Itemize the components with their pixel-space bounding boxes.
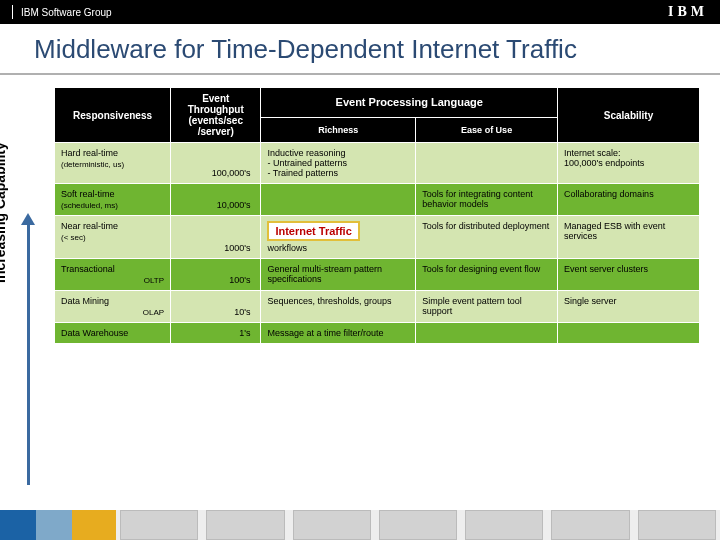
cell-resp: Data Warehouse [55,323,171,344]
cell-ease [416,323,558,344]
footer-thumbnail [465,510,543,540]
table-row: Hard real-time (deterministic, us) 100,0… [55,143,700,184]
header-bar: IBM Software Group IBM [0,0,720,24]
footer-thumbnail [206,510,284,540]
footer-thumbnail [120,510,198,540]
resp-label: Data Warehouse [61,328,128,338]
content-area: Increasing Capability Responsiveness Eve… [0,83,720,523]
table-row: Near real-time (< sec) 1000's Internet T… [55,216,700,259]
table-row: Data Warehouse 1's Message at a time fil… [55,323,700,344]
resp-label: Hard real-time [61,148,118,158]
footer-block-blue [0,510,36,540]
footer-block-gold [72,510,116,540]
resp-label: Transactional [61,264,115,274]
table-row: Data Mining OLAP 10's Sequences, thresho… [55,291,700,323]
cell-richness: General multi-stream pattern specificati… [261,259,416,291]
throughput-label: Event Throughput [188,93,244,115]
cell-resp: Data Mining OLAP [55,291,171,323]
y-axis-arrow [18,213,38,513]
cell-resp: Hard real-time (deterministic, us) [55,143,171,184]
cell-ease: Tools for integrating content behavior m… [416,184,558,216]
resp-label: Near real-time [61,221,118,231]
cell-ease [416,143,558,184]
cell-richness: Internet Traffic workflows [261,216,416,259]
resp-sublabel: OLAP [61,308,164,317]
cell-scalability: Event server clusters [558,259,700,291]
slide-title: Middleware for Time-Dependent Internet T… [0,24,720,75]
col-header-throughput: Event Throughput (events/sec /server) [171,88,261,143]
table-row: Soft real-time (scheduled, ms) 10,000's … [55,184,700,216]
cell-scalability: Collaborating domains [558,184,700,216]
cell-throughput: 10's [171,291,261,323]
cell-scalability: Managed ESB with event services [558,216,700,259]
cell-scalability: Internet scale: 100,000's endpoints [558,143,700,184]
footer-bar [0,510,720,540]
cell-throughput: 1's [171,323,261,344]
table-row: Transactional OLTP 100's General multi-s… [55,259,700,291]
footer-block-lightblue [36,510,72,540]
col-header-richness: Richness [261,117,416,142]
y-axis-label: Increasing Capability [0,142,8,283]
cell-throughput: 100's [171,259,261,291]
internet-traffic-badge: Internet Traffic [267,221,359,241]
cell-throughput: 100,000's [171,143,261,184]
header-group-label: IBM Software Group [21,7,112,18]
footer-thumbnail [551,510,629,540]
resp-sublabel: (< sec) [61,233,164,242]
cell-resp: Transactional OLTP [55,259,171,291]
resp-sublabel: (deterministic, us) [61,160,164,169]
cell-ease: Tools for designing event flow [416,259,558,291]
col-header-epl-group: Event Processing Language [261,88,558,118]
col-header-ease: Ease of Use [416,117,558,142]
col-header-scalability: Scalability [558,88,700,143]
cell-richness: Message at a time filter/route [261,323,416,344]
cell-scalability: Single server [558,291,700,323]
richness-extra: workflows [267,243,307,253]
ibm-logo: IBM [668,4,708,20]
cell-throughput: 10,000's [171,184,261,216]
cell-resp: Soft real-time (scheduled, ms) [55,184,171,216]
cell-richness: Inductive reasoning - Untrained patterns… [261,143,416,184]
footer-thumbnail [379,510,457,540]
resp-sublabel: OLTP [61,276,164,285]
cell-scalability [558,323,700,344]
resp-label: Data Mining [61,296,109,306]
cell-throughput: 1000's [171,216,261,259]
footer-thumbnail [638,510,716,540]
cell-richness [261,184,416,216]
cell-ease: Simple event pattern tool support [416,291,558,323]
throughput-unit: (events/sec /server) [189,115,243,137]
cell-richness: Sequences, thresholds, groups [261,291,416,323]
col-header-responsiveness: Responsiveness [55,88,171,143]
header-divider [12,5,13,19]
footer-thumbnail [293,510,371,540]
resp-label: Soft real-time [61,189,115,199]
cell-resp: Near real-time (< sec) [55,216,171,259]
resp-sublabel: (scheduled, ms) [61,201,164,210]
capability-table: Responsiveness Event Throughput (events/… [54,87,700,344]
cell-ease: Tools for distributed deployment [416,216,558,259]
